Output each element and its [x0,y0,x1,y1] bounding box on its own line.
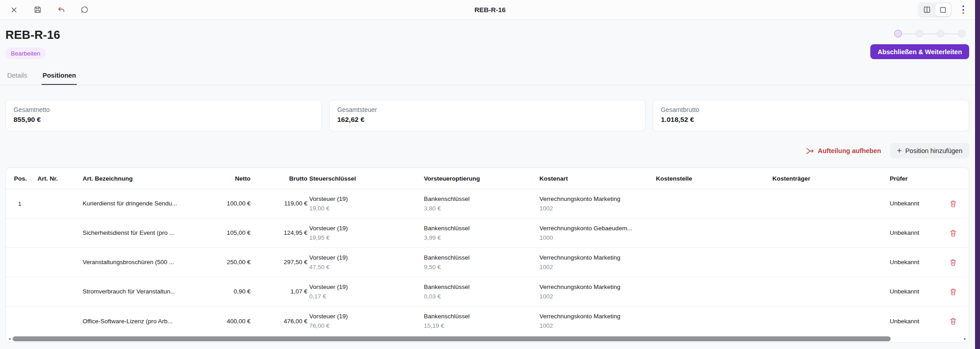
cell-pruefer: Unbekannt [890,229,942,237]
summary-cards: Gesamtnetto 855,90 € Gesamtsteuer 162,62… [5,100,969,131]
window-edge-strip [975,0,980,349]
card-gesamtsteuer: Gesamtsteuer 162,62 € [329,100,646,131]
cell-brutto: 124,95 € [252,229,307,237]
cell-brutto: 297,50 € [252,258,307,266]
cell-vorsteueroptierung: Bankenschlüssel 15,19 € [424,312,538,330]
card-label: Gesamtsteuer [337,106,637,113]
table-row[interactable]: 1 Kurierdienst für dringende Sendu... 10… [6,189,969,219]
cell-netto: 100,00 € [197,200,251,208]
col-pruefer: Prüfer [890,175,942,182]
card-label: Gesamtnetto [14,106,314,113]
table-header-row: Pos. Art. Nr. Art. Bezeichnung Netto Bru… [6,168,969,189]
cell-kostenart: Verrechnungskonto Gebaeudem... 1000 [539,224,654,242]
table-row[interactable]: Veranstaltungsbroschüren (500 ... 250,00… [6,248,969,277]
cell-bezeichnung: Sicherheitsdienst für Event (pro ... [83,229,195,237]
close-icon[interactable] [7,3,21,17]
tab-details[interactable]: Details [6,68,28,85]
save-icon[interactable] [31,3,44,17]
col-steuerschluessel: Steuerschlüssel [309,175,422,182]
card-value: 162,62 € [337,116,637,124]
cell-kostenart: Verrechnungskonto Marketing 1002 [539,283,654,300]
table-row[interactable]: Sicherheitsdienst für Event (pro ... 105… [6,219,969,248]
card-value: 1.018,52 € [661,116,961,124]
step-dot-4 [958,30,966,37]
cell-bezeichnung: Kurierdienst für dringende Sendu... [83,200,195,208]
card-gesamtbrutto: Gesamtbrutto 1.018,52 € [653,100,969,131]
split-view-icon[interactable] [919,4,934,16]
cell-brutto: 119,00 € [252,200,307,208]
card-value: 855,90 € [14,116,314,124]
step-dot-3 [937,30,944,37]
trash-icon[interactable] [947,286,959,298]
cell-pruefer: Unbekannt [890,200,942,208]
comment-icon[interactable] [78,3,91,17]
trash-icon[interactable] [947,316,959,327]
trash-icon[interactable] [947,198,959,209]
step-dot-1 [894,30,902,37]
trash-icon[interactable] [947,227,959,239]
topbar: REB-R-16 [0,0,980,20]
col-vorsteueroptierung: Vorsteueroptierung [424,175,538,182]
cell-vorsteueroptierung: Bankenschlüssel 3,99 € [424,224,538,242]
cell-bezeichnung: Office-Software-Lizenz (pro Arb... [83,317,195,326]
cell-bezeichnung: Stromverbrauch für Veranstaltun... [83,288,195,296]
kebab-menu-icon[interactable] [958,5,968,14]
cell-steuerschluessel: Vorsteuer (19) 19,00 € [309,195,422,212]
col-bezeichnung: Art. Bezeichnung [83,175,195,182]
col-brutto: Brutto [252,175,307,182]
col-netto: Netto [197,175,251,182]
cell-kostenart: Verrechnungskonto Marketing 1002 [539,195,654,212]
finish-forward-button[interactable]: Abschließen & Weiterleiten [870,44,969,59]
cell-netto: 0,90 € [197,288,251,296]
tab-positionen[interactable]: Positionen [42,68,77,85]
card-gesamtnetto: Gesamtnetto 855,90 € [5,100,322,131]
tab-bar: Details Positionen [0,68,980,85]
col-kostentraeger: Kostenträger [772,175,888,182]
plus-icon: + [897,147,902,155]
progress-stepper [894,30,966,37]
cell-steuerschluessel: Vorsteuer (19) 19,95 € [309,224,422,242]
add-position-button[interactable]: + Position hinzufügen [890,143,969,158]
table-row[interactable]: Stromverbrauch für Veranstaltun... 0,90 … [6,277,969,307]
cell-pruefer: Unbekannt [890,317,942,326]
cell-vorsteueroptierung: Bankenschlüssel 9,50 € [424,254,538,271]
col-kostenstelle: Kostenstelle [656,175,771,182]
window-title: REB-R-16 [0,6,980,14]
status-badge: Bearbeiten [5,47,46,59]
trash-icon[interactable] [947,256,959,268]
single-view-icon[interactable] [935,4,951,16]
col-artnr: Art. Nr. [37,175,81,182]
table-body: 1 Kurierdienst für dringende Sendu... 10… [6,189,969,336]
cell-pruefer: Unbekannt [890,288,942,296]
card-label: Gesamtbrutto [661,106,961,113]
cell-kostenart: Verrechnungskonto Marketing 1002 [539,312,654,330]
merge-icon [806,147,814,155]
col-pos: Pos. [14,175,36,182]
cell-brutto: 476,00 € [252,317,307,326]
step-dot-2 [915,30,923,37]
cell-netto: 400,00 € [197,317,251,326]
cell-pruefer: Unbekannt [890,258,942,266]
cell-brutto: 1,07 € [252,288,307,296]
page-title: REB-R-16 [5,28,60,42]
cell-netto: 105,00 € [197,229,251,237]
undo-icon[interactable] [54,3,68,17]
scrollbar-thumb[interactable] [13,336,891,341]
horizontal-scrollbar: ◂ ▸ [6,335,969,342]
cell-steuerschluessel: Vorsteuer (19) 47,50 € [309,254,422,271]
col-kostenart: Kostenart [539,175,654,182]
table-row[interactable]: Office-Software-Lizenz (pro Arb... 400,0… [6,307,969,336]
cell-kostenart: Verrechnungskonto Marketing 1002 [539,254,654,271]
positions-table: Pos. Art. Nr. Art. Bezeichnung Netto Bru… [5,168,969,343]
cell-bezeichnung: Veranstaltungsbroschüren (500 ... [83,258,195,266]
cell-pos: 1 [14,200,36,207]
cell-vorsteueroptierung: Bankenschlüssel 0,03 € [424,283,538,300]
scroll-right-arrow[interactable]: ▸ [963,337,967,341]
view-toggle [918,2,952,18]
cell-steuerschluessel: Vorsteuer (19) 76,00 € [309,312,422,330]
cell-netto: 250,00 € [197,258,251,266]
remove-split-button[interactable]: Aufteilung aufheben [806,147,881,155]
cell-vorsteueroptierung: Bankenschlüssel 3,80 € [424,195,538,212]
cell-steuerschluessel: Vorsteuer (19) 0,17 € [309,283,422,300]
scroll-left-arrow[interactable]: ◂ [7,337,12,341]
